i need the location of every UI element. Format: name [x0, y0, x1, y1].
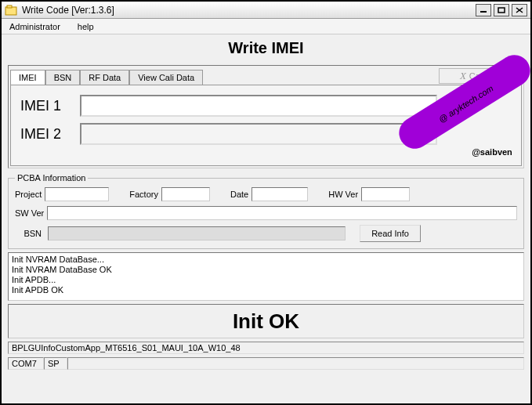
cancel-button: X Cancel	[439, 68, 517, 84]
pcba-fieldset: PCBA Information Project Factory Date HW…	[8, 173, 524, 249]
bsn-input	[48, 226, 346, 240]
bsn-label: BSN	[15, 229, 42, 238]
log-line: Init APDB OK	[12, 285, 520, 295]
window-title: Write Code [Ver:1.3.6]	[22, 5, 476, 16]
hwver-label: HW Ver	[328, 190, 358, 199]
statusbar-port: COM7	[8, 357, 44, 370]
date-input[interactable]	[252, 187, 308, 201]
menu-help[interactable]: help	[74, 20, 97, 33]
statusbar-file: BPLGUInfoCustomApp_MT6516_S01_MAUI_10A_W…	[8, 342, 524, 354]
swver-input[interactable]	[47, 206, 517, 220]
imei-panel: IMEI BSN RF Data View Cali Data X Cancel…	[8, 65, 524, 168]
titlebar: Write Code [Ver:1.3.6]	[2, 2, 530, 19]
cancel-x-icon: X	[460, 70, 466, 82]
maximize-button[interactable]	[494, 4, 509, 16]
page-title: Write IMEI	[8, 39, 524, 57]
project-label: Project	[15, 190, 42, 199]
tab-view-cali-data[interactable]: View Cali Data	[129, 70, 203, 85]
project-input[interactable]	[45, 187, 109, 201]
imei2-input	[80, 123, 437, 145]
close-button[interactable]	[512, 4, 527, 16]
imei1-label: IMEI 1	[17, 98, 80, 114]
menu-administrator[interactable]: Administrator	[6, 20, 63, 33]
imei2-label: IMEI 2	[17, 126, 80, 143]
log-line: Init NVRAM DataBase OK	[12, 265, 520, 275]
log-line: Init APDB...	[12, 275, 520, 285]
app-icon	[5, 4, 17, 16]
statusbar-empty	[67, 357, 524, 370]
tab-imei[interactable]: IMEI	[10, 70, 45, 85]
tab-bsn[interactable]: BSN	[45, 70, 81, 85]
log-output: Init NVRAM DataBase... Init NVRAM DataBa…	[8, 252, 524, 301]
svg-rect-1	[7, 5, 12, 8]
date-label: Date	[230, 190, 248, 199]
hwver-input[interactable]	[361, 187, 410, 201]
cancel-label: Cancel	[469, 71, 496, 81]
log-line: Init NVRAM DataBase...	[12, 255, 520, 265]
read-info-button[interactable]: Read Info	[360, 225, 421, 242]
statusbar-mode: SP	[44, 357, 67, 370]
imei1-input[interactable]	[80, 95, 437, 117]
pcba-legend: PCBA Information	[15, 173, 88, 183]
swver-label: SW Ver	[15, 208, 44, 218]
factory-label: Factory	[129, 190, 158, 199]
minimize-button[interactable]	[476, 4, 491, 16]
svg-rect-3	[498, 8, 505, 13]
status-banner: Init OK	[8, 304, 524, 338]
tab-rfdata[interactable]: RF Data	[80, 70, 129, 85]
menubar: Administrator help	[2, 19, 530, 34]
factory-input[interactable]	[161, 187, 210, 201]
